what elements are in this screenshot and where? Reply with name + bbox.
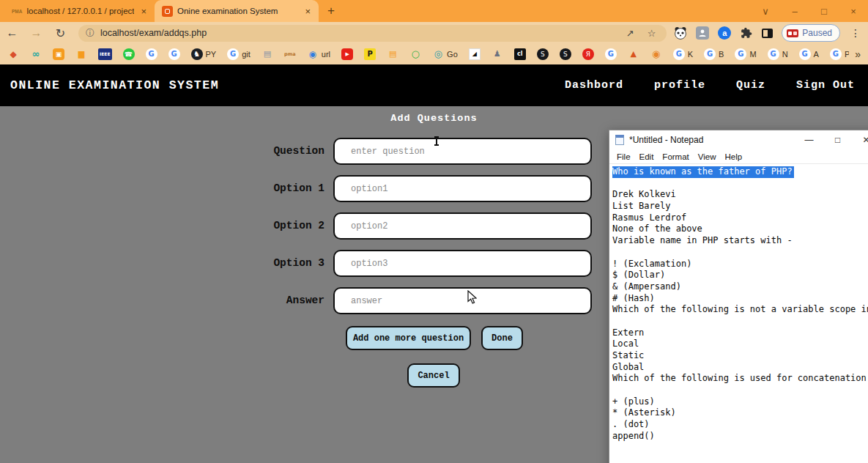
bookmark-favicon-icon: Я — [582, 48, 594, 60]
tab-close-icon[interactable]: × — [138, 6, 149, 17]
answer-input[interactable] — [333, 287, 592, 314]
window-maximize-button[interactable]: □ — [809, 6, 839, 17]
bookmark-item[interactable]: ♞ PY — [191, 48, 217, 60]
share-icon[interactable]: ↗ — [620, 28, 641, 39]
bookmark-star-icon[interactable]: ☆ — [641, 28, 663, 39]
bookmark-item[interactable]: ▣ — [53, 48, 64, 60]
extensions-puzzle-icon[interactable] — [740, 26, 753, 40]
person-extension-icon[interactable] — [696, 26, 709, 40]
notepad-close-button[interactable]: ✕ — [852, 130, 868, 149]
question-input[interactable] — [333, 138, 592, 165]
notepad-minimize-button[interactable]: — — [795, 130, 823, 149]
bookmark-item[interactable]: S — [537, 48, 549, 60]
window-minimize-button[interactable]: – — [780, 6, 809, 17]
browser-menu-icon[interactable]: ⋮ — [849, 27, 868, 39]
mouse-cursor — [467, 290, 477, 307]
bookmark-item[interactable]: G K — [673, 48, 693, 60]
menu-format[interactable]: Format — [658, 152, 693, 161]
bookmark-favicon-icon: G — [168, 48, 180, 60]
bookmark-item[interactable]: G N — [768, 48, 788, 60]
bookmark-item[interactable]: ◆ — [7, 48, 19, 60]
bookmark-item[interactable]: ◉ — [650, 48, 662, 60]
tab-exam-system[interactable]: Onine examination System × — [155, 0, 319, 22]
notepad-selected-line: Who is known as the father of PHP? — [612, 166, 794, 178]
bookmark-item[interactable]: ♟ — [492, 48, 503, 60]
tab-phpmyadmin[interactable]: PMA localhost / 127.0.0.1 / project / st… — [4, 0, 155, 22]
bookmark-item[interactable]: G git — [227, 48, 251, 60]
bookmark-item[interactable]: pma — [284, 48, 296, 60]
bookmark-item[interactable]: G — [168, 48, 180, 60]
bookmark-item[interactable]: G — [146, 48, 157, 60]
reload-button[interactable]: ↻ — [48, 26, 73, 40]
add-more-question-button[interactable]: Add one more question — [346, 326, 471, 350]
side-panel-icon[interactable] — [762, 29, 773, 38]
tab-close-icon[interactable]: × — [303, 6, 313, 17]
notepad-lines: Drek KolkeviList BarelyRasmus LerdrofNon… — [612, 178, 868, 442]
option1-input[interactable] — [333, 175, 592, 202]
forward-button[interactable]: → — [24, 26, 48, 40]
bookmark-favicon-icon: G — [673, 48, 685, 60]
bookmark-item[interactable]: Я — [582, 48, 594, 60]
option1-label: Option 1 — [207, 182, 324, 194]
bookmark-item[interactable]: S — [560, 48, 571, 60]
page-info-icon[interactable]: ⓘ — [86, 27, 94, 40]
back-button[interactable]: ← — [0, 26, 24, 40]
bookmark-item[interactable]: G B — [704, 48, 724, 60]
bookmark-item[interactable]: ▶ — [341, 48, 353, 60]
notepad-line: . (dot) — [612, 419, 868, 431]
notepad-line: # (Hash) — [612, 293, 868, 305]
bookmarks-overflow-icon[interactable]: » — [855, 48, 861, 60]
bookmark-item[interactable]: G — [605, 48, 617, 60]
bookmark-favicon-icon: ▆ — [75, 48, 87, 60]
bookmark-item[interactable]: ◢ — [469, 48, 481, 60]
bookmark-favicon-icon: S — [537, 48, 549, 60]
bookmark-item[interactable]: ▆ — [75, 48, 87, 60]
bookmark-item[interactable]: ◎ Go — [432, 48, 458, 60]
nav-dashboard-link[interactable]: Dashbord — [565, 79, 623, 92]
menu-edit[interactable]: Edit — [635, 152, 659, 161]
menu-view[interactable]: View — [694, 152, 721, 161]
done-button[interactable]: Done — [481, 326, 523, 350]
new-tab-button[interactable]: + — [327, 3, 335, 19]
cancel-button[interactable]: Cancel — [407, 363, 460, 388]
profile-paused-pill[interactable]: Paused — [782, 24, 840, 42]
bookmark-item[interactable]: G A — [799, 48, 819, 60]
bookmark-item[interactable]: ○ — [409, 48, 421, 60]
notepad-menubar: File Edit Format View Help — [609, 149, 868, 164]
bookmark-item[interactable]: G M — [735, 48, 756, 60]
panda-extension-icon[interactable] — [674, 26, 687, 40]
bookmark-label: N — [782, 50, 788, 59]
notepad-title: *Untitled - Notepad — [629, 135, 703, 145]
bookmark-favicon-icon: ▤ — [261, 48, 273, 60]
bookmark-favicon-icon: G — [799, 48, 811, 60]
menu-help[interactable]: Help — [721, 152, 747, 161]
notepad-line — [612, 385, 868, 396]
option2-input[interactable] — [333, 212, 592, 240]
url-text[interactable]: localhost/exam/addqs.php — [100, 28, 620, 38]
nav-signout-link[interactable]: Sign Out — [796, 79, 855, 92]
address-bar[interactable]: ⓘ localhost/exam/addqs.php ↗ ☆ — [78, 25, 667, 42]
bookmark-item[interactable]: ☎ — [123, 48, 135, 60]
bookmark-item[interactable]: ▲ — [628, 48, 639, 60]
bookmark-item[interactable]: G P — [830, 48, 849, 60]
notepad-text-area[interactable]: Who is known as the father of PHP? Drek … — [609, 165, 868, 463]
bookmark-item[interactable]: ∞ — [30, 48, 42, 60]
bookmark-item[interactable]: ▤ — [387, 48, 398, 60]
option3-input[interactable] — [333, 250, 592, 277]
tab-search-icon[interactable]: ∨ — [751, 6, 780, 17]
bookmark-label: B — [719, 50, 724, 59]
notepad-titlebar[interactable]: *Untitled - Notepad — □ ✕ — [609, 130, 868, 149]
bookmark-item[interactable]: P — [364, 48, 376, 60]
window-close-button[interactable]: × — [839, 6, 868, 17]
notepad-window[interactable]: *Untitled - Notepad — □ ✕ File Edit Form… — [609, 130, 868, 463]
bookmark-item[interactable]: ◉ url — [307, 48, 330, 60]
notepad-maximize-button[interactable]: □ — [823, 130, 852, 149]
bookmark-item[interactable]: cl — [514, 48, 526, 60]
a-extension-icon[interactable]: a — [718, 26, 731, 40]
nav-quiz-link[interactable]: Quiz — [736, 79, 765, 92]
bookmark-item[interactable]: IEEE — [98, 48, 112, 60]
notepad-line: & (Ampersand) — [612, 281, 868, 293]
menu-file[interactable]: File — [612, 152, 635, 161]
bookmark-item[interactable]: ▤ — [261, 48, 273, 60]
nav-profile-link[interactable]: profile — [654, 79, 705, 92]
